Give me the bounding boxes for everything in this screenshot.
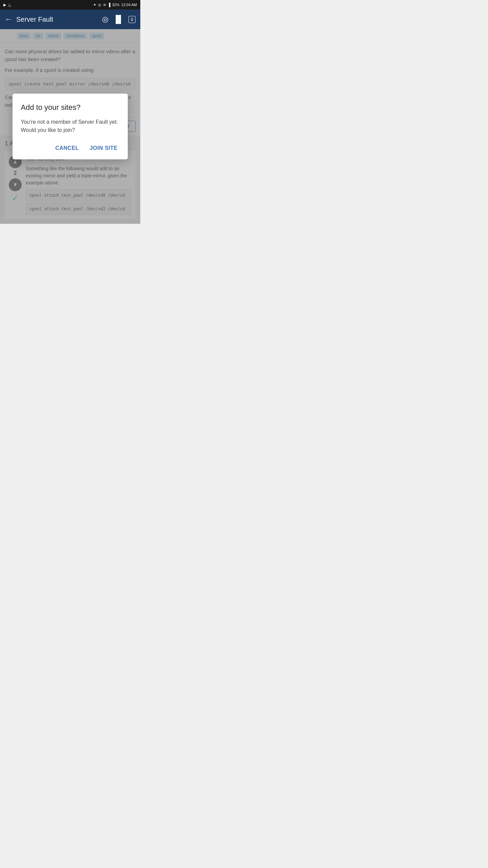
back-button[interactable]: ← — [5, 15, 12, 24]
status-bar: ▶ △ ✦ ◎ ≋ ▐ 32% 12:04 AM — [0, 0, 140, 9]
status-left-icons: ▶ △ — [3, 3, 11, 7]
signal-icon: ▐ — [108, 3, 110, 7]
dialog-title: Add to your sites? — [21, 103, 119, 112]
time-display: 12:04 AM — [121, 3, 137, 7]
cancel-button[interactable]: CANCEL — [53, 144, 81, 153]
page-title: Server Fault — [16, 16, 98, 23]
chart-icon[interactable]: ▐▌ — [113, 15, 124, 24]
play-icon: ▶ — [3, 3, 6, 7]
status-right-icons: ✦ ◎ ≋ ▐ 32% 12:04 AM — [93, 3, 137, 7]
dialog: Add to your sites? You're not a member o… — [13, 94, 127, 159]
alarm-icon: ◎ — [98, 3, 101, 7]
dialog-overlay: Add to your sites? You're not a member o… — [0, 29, 140, 224]
main-content: linux zfs mirror zfsonlinux zpool Can mo… — [0, 29, 140, 224]
navigation-bar: ← Server Fault ◎ ▐▌ 0 — [0, 9, 140, 29]
nav-action-icons: ◎ ▐▌ 0 — [102, 15, 136, 24]
wifi-icon: ≋ — [103, 3, 106, 7]
drive-icon: △ — [8, 3, 11, 7]
notification-icon[interactable]: ◎ — [102, 15, 108, 24]
dialog-body: You're not a member of Server Fault yet.… — [21, 118, 119, 134]
battery-text: 32% — [112, 3, 119, 7]
bluetooth-icon: ✦ — [93, 3, 96, 7]
dialog-actions: CANCEL JOIN SITE — [21, 144, 119, 153]
join-site-button[interactable]: JOIN SITE — [88, 144, 120, 153]
badge-count: 0 — [128, 16, 136, 23]
